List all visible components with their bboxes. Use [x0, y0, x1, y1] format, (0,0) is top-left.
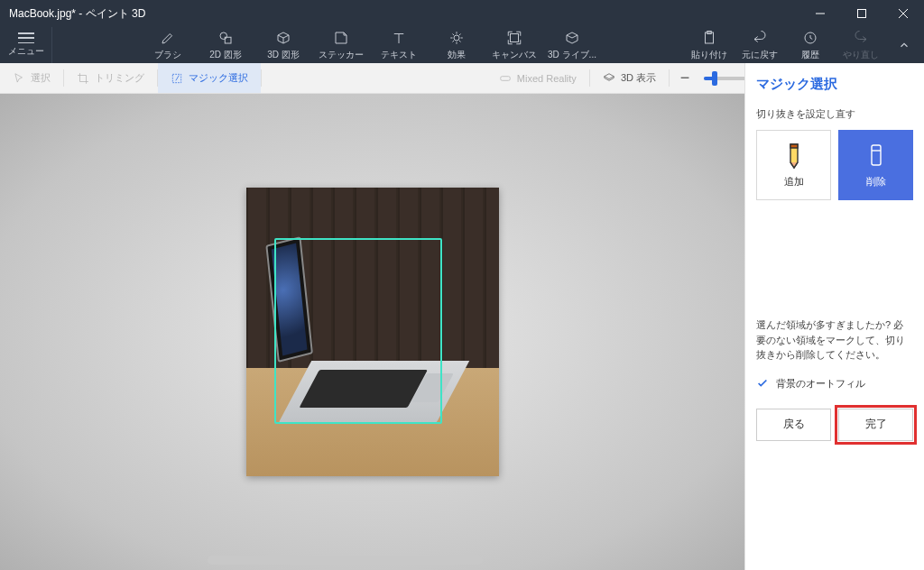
remove-tool-card[interactable]: 削除	[838, 130, 913, 200]
back-button[interactable]: 戻る	[756, 409, 831, 441]
selected-object[interactable]	[278, 361, 436, 424]
titlebar: MacBook.jpg* - ペイント 3D	[0, 0, 924, 27]
paste-icon	[701, 30, 717, 46]
effects-icon	[448, 30, 465, 46]
magic-select-tool[interactable]: マジック選択	[158, 63, 261, 93]
mixed-reality-tool: Mixed Reality	[486, 63, 589, 93]
minimize-button[interactable]	[799, 0, 841, 27]
library-icon	[564, 30, 580, 46]
crop-icon	[77, 72, 89, 85]
sticker-button[interactable]: ステッカー	[317, 27, 365, 63]
3d-library-button[interactable]: 3D ライブ...	[548, 27, 596, 63]
panel-title: マジック選択	[756, 76, 913, 93]
svg-rect-9	[501, 76, 511, 80]
add-tool-card[interactable]: 追加	[756, 130, 831, 200]
text-icon	[391, 30, 407, 46]
pencil-icon	[782, 142, 806, 170]
eraser-icon	[864, 142, 888, 170]
svg-rect-10	[872, 145, 881, 165]
brush-button[interactable]: ブラシ	[143, 27, 192, 63]
panel-subtitle: 切り抜きを設定し直す	[756, 107, 913, 121]
crop-tool[interactable]: トリミング	[64, 63, 157, 93]
svg-point-1	[220, 32, 227, 40]
expand-ribbon-button[interactable]	[890, 27, 919, 63]
shapes-3d-icon	[275, 30, 291, 46]
2d-shapes-button[interactable]: 2D 図形	[201, 27, 250, 63]
svg-rect-0	[858, 10, 866, 18]
svg-point-3	[454, 35, 459, 41]
canvas-icon	[506, 30, 522, 46]
done-button[interactable]: 完了	[838, 409, 913, 441]
hamburger-icon	[18, 32, 34, 43]
help-text: 選んだ領域が多すぎましたか? 必要のない領域をマークして、切り抜きから削除してく…	[756, 317, 913, 363]
chevron-up-icon	[898, 39, 910, 51]
menu-label: メニュー	[8, 45, 44, 58]
3d-shapes-button[interactable]: 3D 図形	[259, 27, 308, 63]
selection-outline	[274, 238, 442, 424]
brush-icon	[160, 30, 176, 46]
canvas-workspace[interactable]	[0, 94, 744, 570]
menu-button[interactable]: メニュー	[0, 27, 52, 63]
history-button[interactable]: 履歴	[789, 27, 832, 63]
sticker-icon	[333, 30, 349, 46]
check-icon	[756, 377, 769, 390]
view-3d-icon	[603, 72, 615, 85]
redo-icon	[853, 30, 869, 46]
effects-button[interactable]: 効果	[432, 27, 481, 63]
magic-select-icon	[171, 72, 183, 85]
window-title: MacBook.jpg* - ペイント 3D	[0, 6, 799, 22]
zoom-out-button[interactable]: −	[670, 69, 700, 87]
undo-button[interactable]: 元に戻す	[738, 27, 781, 63]
3d-view-tool[interactable]: 3D 表示	[590, 63, 669, 93]
canvas-image[interactable]	[246, 188, 499, 476]
horizontal-scrollbar[interactable]	[208, 556, 483, 565]
select-tool[interactable]: 選択	[0, 63, 63, 93]
history-icon	[802, 30, 818, 46]
svg-rect-4	[511, 33, 519, 41]
autofill-checkbox[interactable]: 背景のオートフィル	[756, 377, 913, 391]
undo-icon	[752, 30, 768, 46]
maximize-button[interactable]	[841, 0, 882, 27]
ribbon: メニュー ブラシ 2D 図形 3D 図形 ステッカー テキスト 効果 キャンバス…	[0, 27, 924, 63]
text-button[interactable]: テキスト	[374, 27, 423, 63]
mixed-reality-icon	[499, 72, 512, 85]
side-panel: マジック選択 切り抜きを設定し直す 追加 削除 選んだ領域が多すぎましたか? 必…	[744, 63, 924, 570]
paste-button[interactable]: 貼り付け	[688, 27, 731, 63]
canvas-button[interactable]: キャンバス	[490, 27, 539, 63]
shapes-2d-icon	[217, 30, 234, 46]
cursor-icon	[13, 72, 25, 85]
close-button[interactable]	[882, 0, 924, 27]
redo-button: やり直し	[839, 27, 882, 63]
